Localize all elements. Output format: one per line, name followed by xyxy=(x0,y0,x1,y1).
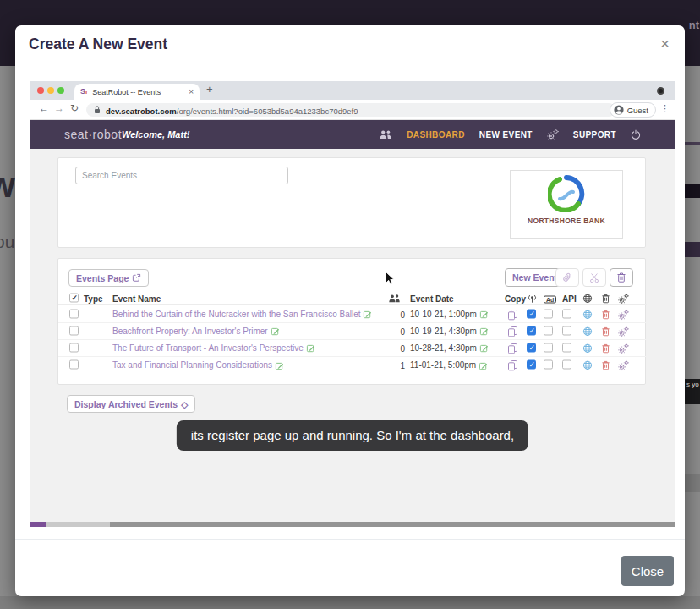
video-progress-bar[interactable] xyxy=(30,522,675,527)
browser-tab[interactable]: Sr SeatRobot -- Events × xyxy=(74,84,200,100)
gears-icon[interactable] xyxy=(618,309,629,320)
published-checkbox[interactable] xyxy=(527,343,536,352)
table-row: The Future of Transport - An Investor's … xyxy=(58,340,647,357)
api-checkbox[interactable] xyxy=(562,326,571,335)
attendee-count-icon xyxy=(388,294,401,304)
traffic-light-zoom-icon[interactable] xyxy=(57,87,64,94)
trash-icon[interactable] xyxy=(601,360,610,371)
archived-label: Display Archived Events xyxy=(74,399,178,409)
background-divider xyxy=(685,142,700,145)
copy-icon[interactable] xyxy=(507,326,518,337)
col-api: API xyxy=(562,294,577,303)
gears-icon[interactable] xyxy=(618,326,629,337)
event-name-link[interactable]: The Future of Transport - An Investor's … xyxy=(112,343,304,353)
settings-gears-icon[interactable] xyxy=(547,129,559,140)
record-indicator-icon xyxy=(657,87,664,95)
row-checkbox[interactable] xyxy=(69,360,79,370)
copy-icon[interactable] xyxy=(507,309,518,321)
edit-icon[interactable] xyxy=(275,361,284,370)
search-input[interactable] xyxy=(75,167,288,184)
tab-close-icon[interactable]: × xyxy=(189,87,194,96)
background-text-fragment: nt xyxy=(689,19,699,31)
trash-icon[interactable] xyxy=(601,343,610,354)
event-name-link[interactable]: Behind the Curtain of the Nutcracker wit… xyxy=(112,310,360,319)
col-copy: Copy xyxy=(505,294,526,303)
browser-menu-icon[interactable]: ⋮ xyxy=(660,103,670,114)
event-date: 11-01-21, 5:00pm xyxy=(410,360,476,370)
new-event-label: New Event xyxy=(512,272,557,283)
traffic-light-close-icon[interactable] xyxy=(37,87,44,94)
nav-new-event[interactable]: NEW EVENT xyxy=(479,130,533,140)
edit-icon[interactable] xyxy=(479,343,489,353)
address-bar[interactable]: dev.seatrobot.com/org/events.html?oid=60… xyxy=(86,103,615,117)
attendees-icon[interactable] xyxy=(379,129,392,140)
edit-icon[interactable] xyxy=(479,326,489,336)
table-row: Tax and Financial Planning Consideration… xyxy=(58,357,647,374)
row-checkbox[interactable] xyxy=(69,309,79,318)
sponsor-name: NORTHSHORE BANK xyxy=(511,217,622,225)
edit-icon[interactable] xyxy=(479,361,488,370)
row-checkbox[interactable] xyxy=(69,326,79,335)
events-page-button[interactable]: Events Page xyxy=(68,269,149,287)
modal-footer: Close xyxy=(15,539,685,596)
event-name-link[interactable]: Beachfront Property: An Investor's Prime… xyxy=(112,326,268,336)
api-checkbox[interactable] xyxy=(562,343,571,352)
event-name-link[interactable]: Tax and Financial Planning Consideration… xyxy=(112,360,272,370)
globe-icon[interactable] xyxy=(582,309,593,319)
trash-icon[interactable] xyxy=(601,326,610,337)
events-page-label: Events Page xyxy=(76,273,129,283)
ad-checkbox[interactable] xyxy=(544,360,553,370)
globe-icon[interactable] xyxy=(582,343,593,353)
gears-icon[interactable] xyxy=(618,360,629,371)
screen: nt W ou s yo Create A New Event × Sr Se xyxy=(0,0,700,609)
trash-icon[interactable] xyxy=(601,309,610,320)
reload-button[interactable]: ↻ xyxy=(70,102,79,114)
modal-header: Create A New Event × xyxy=(15,25,685,69)
forward-button[interactable]: → xyxy=(54,102,64,114)
profile-label: Guest xyxy=(627,106,648,115)
brand-logo[interactable]: seat·robot xyxy=(64,128,122,141)
display-archived-events-button[interactable]: Display Archived Events ◇ xyxy=(67,395,195,413)
profile-badge[interactable]: Guest xyxy=(610,102,656,118)
gears-icon[interactable] xyxy=(618,343,629,354)
select-all-checkbox[interactable] xyxy=(69,293,79,302)
ad-checkbox[interactable] xyxy=(544,309,553,318)
copy-icon[interactable] xyxy=(507,343,518,354)
ad-checkbox[interactable] xyxy=(544,326,553,335)
nav-support[interactable]: SUPPORT xyxy=(573,130,616,140)
cut-button[interactable] xyxy=(582,268,606,287)
edit-icon[interactable] xyxy=(271,326,280,336)
edit-icon[interactable] xyxy=(306,343,315,353)
background-dark-block xyxy=(685,242,700,257)
background-text-fragment: W xyxy=(0,171,15,204)
registration-count: 0 xyxy=(393,343,405,353)
logout-power-icon[interactable] xyxy=(631,129,641,140)
delete-button[interactable] xyxy=(610,268,633,287)
close-button[interactable]: Close xyxy=(621,556,674,586)
published-checkbox[interactable] xyxy=(527,309,536,318)
modal-close-icon[interactable]: × xyxy=(655,33,675,55)
col-event-name: Event Name xyxy=(112,294,161,303)
edit-icon[interactable] xyxy=(363,310,372,319)
published-checkbox[interactable] xyxy=(527,360,536,370)
traffic-light-minimize-icon[interactable] xyxy=(47,87,54,94)
tutorial-video[interactable]: Sr SeatRobot -- Events × + ← → ↻ dev.sea… xyxy=(30,81,675,527)
new-tab-button[interactable]: + xyxy=(206,83,213,96)
copy-icon[interactable] xyxy=(507,359,518,371)
globe-icon[interactable] xyxy=(582,360,593,370)
attach-button[interactable] xyxy=(555,268,579,287)
registration-count: 0 xyxy=(393,326,405,336)
back-button[interactable]: ← xyxy=(39,102,49,114)
ad-checkbox[interactable] xyxy=(544,343,553,352)
api-checkbox[interactable] xyxy=(562,309,571,318)
api-checkbox[interactable] xyxy=(562,360,571,370)
nav-dashboard[interactable]: DASHBOARD xyxy=(407,130,465,140)
edit-icon[interactable] xyxy=(479,310,489,319)
row-checkbox[interactable] xyxy=(69,343,79,352)
col-event-date: Event Date xyxy=(410,294,454,303)
published-checkbox[interactable] xyxy=(527,326,536,335)
col-type: Type xyxy=(84,294,103,303)
globe-icon[interactable] xyxy=(582,326,593,336)
trash-icon xyxy=(616,272,626,283)
modal-title: Create A New Event xyxy=(29,36,167,53)
